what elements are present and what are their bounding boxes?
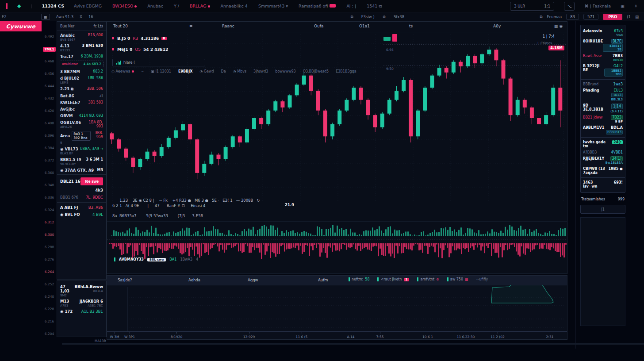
details-row[interactable]: 9D 3E.8.3B1B1J14(9.4.12) <box>583 104 623 113</box>
filter-chip-4[interactable]: ~ufifiy <box>476 277 488 281</box>
filter-chip-1[interactable]: <raut Jlvetn1 <box>377 277 409 281</box>
chart-tab-1[interactable]: ≡ <box>189 24 193 28</box>
watchlist-row[interactable]: AvGJbc <box>57 106 106 112</box>
candlestick-chart[interactable] <box>107 32 567 274</box>
price-scale[interactable]: 6.4927ML16.4686.4566.4446.4326.4206.4086… <box>42 21 57 349</box>
chart-tab-icons[interactable]: ▦ ◉ <box>554 24 563 28</box>
details-row[interactable]: Iwvhs gede tm24(: <box>583 140 623 148</box>
chart-tab-5[interactable]: ts <box>409 24 413 28</box>
orders-column-1[interactable]: Aehda <box>188 278 200 282</box>
search-input[interactable]: 3 ULR 1:1 <box>510 2 554 11</box>
chart-tab-3[interactable]: Oufa <box>314 24 323 28</box>
watchlist-callout[interactable]: anubiowe4.4a 683.2 <box>60 61 104 67</box>
accent-bar <box>6 3 8 9</box>
top-nav-item-0[interactable]: Avivs EBGMG <box>74 4 102 8</box>
buy-button[interactable]: t6e swe <box>80 177 103 185</box>
chart-tab-2[interactable]: Raanc <box>222 24 234 28</box>
watchlist-row[interactable]: ◉ 37AA GTX. A9M3 <box>57 167 106 173</box>
watchlist-row[interactable]: BBB1.5 t99078318Y3 6 3M 1 <box>57 156 106 167</box>
top-nav-item-2[interactable]: Anubac <box>147 4 163 8</box>
toolbar-chip-0[interactable]: ○ Aeewwa <box>111 69 134 73</box>
top-nav-item-1[interactable]: BW34ESO <box>112 4 137 8</box>
alert-marker-pink[interactable] <box>392 34 397 42</box>
details-row[interactable]: BBBrund1wa3 <box>583 82 623 86</box>
orders-column-2[interactable]: Aggw <box>248 278 258 282</box>
watchlist-row[interactable]: AnubicBVB 9367B1N,600 <box>57 32 106 42</box>
volume-pill[interactable]: B8L swe <box>147 258 166 261</box>
toolbar-chip-9[interactable]: O3.BBJBwesd5 <box>303 69 329 73</box>
indicator-chip[interactable]: hIare ( <box>112 59 205 66</box>
tab-83[interactable]: 83 <box>566 14 579 20</box>
toolbar-center-item-0[interactable]: ⧉ <box>351 15 353 19</box>
top-nav-item-8[interactable]: AI : | <box>346 4 356 8</box>
option-icon[interactable]: ⌥ <box>564 2 575 11</box>
watchlist-row[interactable]: 4.13831333 BM1 630 <box>57 42 106 53</box>
watchlist-row[interactable]: KW1hLh73B1 583 <box>57 99 106 106</box>
layout-grid-icon[interactable]: ▦ <box>41 14 50 20</box>
filter-chip-3[interactable]: aw 750▦ <box>447 277 468 281</box>
top-nav-item-9[interactable]: 1541 ⧉ <box>367 4 382 9</box>
toolbar-center-item-1[interactable]: F3siw ⟩ <box>361 15 375 19</box>
toolbar-chip-10[interactable]: E3B1B3gqa <box>336 69 356 73</box>
details-row[interactable]: A?BBB34VBB1 <box>583 150 623 154</box>
amount-input[interactable]: |1 <box>580 205 625 214</box>
toolbar-chip-5[interactable]: Da <box>221 69 226 73</box>
details-row[interactable]: BB21 Jdww7B239 BF <box>583 115 623 123</box>
toolbar-chip-2[interactable]: ▣ I1 12031 <box>151 69 171 73</box>
details-row[interactable]: 8OIRU1BEBL7E43BB17 3B <box>583 39 623 52</box>
pro-button[interactable]: PRO <box>603 14 622 20</box>
toolbar-chip-1[interactable]: ~ <box>141 69 144 73</box>
grid-icon[interactable]: ▣ <box>621 4 625 8</box>
top-nav-item-6[interactable]: Smmmart43 ▾ <box>258 4 288 8</box>
watchlist-row[interactable]: 3 BB7MM683.2 <box>57 68 106 75</box>
orders-table-area[interactable] <box>107 285 567 331</box>
top-nav-item-7[interactable]: Ramatipa6 ofi <box>299 4 336 8</box>
details-row[interactable]: BawL Asse7BB3B8s38 <box>583 54 623 62</box>
chart-tab-0[interactable]: Tout 20 <box>113 24 128 28</box>
details-row[interactable]: RJJEJBLV1Y34(1)Bw.1BLB3A <box>583 157 623 165</box>
chart-tab-4[interactable]: O1a1 <box>359 24 370 28</box>
watchlist-row[interactable]: Bat.863) <box>57 92 106 99</box>
frames-label[interactable]: Fcumaa <box>547 15 562 19</box>
filter-chip-0[interactable]: neftm:58 <box>349 277 369 281</box>
toolbar-chip-6[interactable]: ◔ Mbvs <box>233 69 246 73</box>
orders-column-3[interactable]: Aufm <box>318 278 328 282</box>
chat-icon[interactable]: ▤ <box>635 15 639 19</box>
watchlist-row[interactable]: Tra.176 2BM, 1938 <box>57 53 106 60</box>
window-icon[interactable]: ⧉ <box>540 15 542 19</box>
chart-tab-6[interactable]: A8y <box>493 24 501 28</box>
top-nav-item-4[interactable]: BRLLAG <box>190 4 210 8</box>
toolbar-chip-3[interactable]: E9BBJX <box>178 69 192 73</box>
watchlist-close-icon[interactable]: X <box>80 15 82 19</box>
watchlist-row[interactable]: OBVM4114 9D, 693 <box>57 112 106 119</box>
star-icon[interactable]: ✳ <box>634 4 638 8</box>
details-row[interactable]: A9BLM1V1BDL.AB3BLB13 <box>583 126 623 134</box>
details-row[interactable]: 1463 lsv=wn693! <box>583 180 623 188</box>
horizontal-scrollbar[interactable] <box>62 343 644 345</box>
watchlist-row[interactable]: OGB1V.06aBVL261BA 8D, 993 <box>57 119 106 130</box>
tab-571[interactable]: 571 <box>583 14 598 20</box>
details-row[interactable]: PhadingEUL3B1L3BBL3L3 <box>583 88 623 101</box>
axis-label: 8:1920 <box>171 335 182 339</box>
toolbar-center-item-3[interactable]: Sfx38 <box>394 15 404 19</box>
account-menu[interactable]: ⌘ | Fasknaia <box>584 4 611 8</box>
watchlist-row[interactable]: AreaBa3 1 392 Bna93BB. 959 <box>57 130 106 146</box>
top-nav-item-5[interactable]: Annaeblikc 4 <box>221 4 248 8</box>
top-nav-item-3[interactable]: Y / <box>174 4 179 8</box>
brand-logo[interactable]: Cywuvwe <box>0 21 42 31</box>
price-input[interactable]: Ba3 1 392 Bna <box>72 131 91 141</box>
toolbar-chip-7[interactable]: 3jhswd3 <box>253 69 268 73</box>
toolbar-chip-4[interactable]: ◔ Gewd <box>199 69 214 73</box>
watchlist-row[interactable]: d BJUL02LEM3UBL 586 <box>57 75 106 85</box>
details-row[interactable]: B 3P12JI BEO4L21BBB2 7BB <box>583 64 623 77</box>
details-row[interactable]: CBPW8 (13 7aqxda19B5 ● <box>583 167 623 175</box>
alert-marker-green[interactable] <box>383 37 391 41</box>
details-row[interactable]: Aviansvin67k33m8 <box>583 29 623 37</box>
watchlist-row[interactable]: 2.23 ⧉3BB, 506 <box>57 85 106 92</box>
toolbar-center-item-2[interactable]: ⊜ <box>383 15 386 19</box>
orders-column-0[interactable]: Sasjde? <box>118 278 132 282</box>
toolbar-chip-8[interactable]: bowwww93 <box>275 69 295 73</box>
filter-chip-2[interactable]: amfvtnt⊘ <box>417 277 439 281</box>
watchlist-filter[interactable]: Awa 91.3 <box>56 15 73 19</box>
watchlist-row[interactable]: ◉ VBL73BLA3.BFUBBA, 3A9 → <box>57 146 106 156</box>
